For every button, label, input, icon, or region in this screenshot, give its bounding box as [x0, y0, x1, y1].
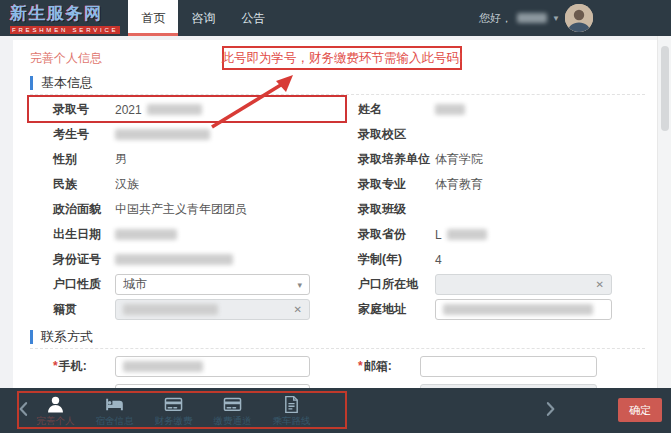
field-row: 出生日期: [53, 222, 353, 247]
top-navbar: 新生服务网 FRESHMEN SERVICE 首页咨询公告 您好， ▼: [0, 0, 671, 36]
toolbar-step-财务缴费[interactable]: 财务缴费: [144, 392, 203, 428]
field-label: 姓名: [358, 101, 435, 118]
required-asterisk: *: [358, 359, 363, 373]
avatar[interactable]: [565, 4, 593, 32]
scrollbar-thumb[interactable]: [661, 46, 669, 131]
required-asterisk: *: [53, 359, 58, 373]
field-row: 身份证号: [53, 247, 353, 272]
redacted-value: [115, 254, 233, 265]
field-label: 籍贯: [53, 301, 115, 318]
input-field[interactable]: [115, 356, 310, 377]
field-row: 录取校区: [358, 122, 626, 147]
step-label: 乘车路线: [273, 415, 311, 428]
step-label: 财务缴费: [155, 415, 193, 428]
basic-fields-right: 姓名录取校区录取培养单位体育学院录取专业体育教育录取班级录取省份L学制(年)4户…: [358, 97, 626, 322]
toolbar-steps: 完善个人宿舍信息财务缴费缴费通道乘车路线: [26, 392, 321, 428]
confirm-button[interactable]: 确定: [618, 398, 662, 422]
section-header-contact: 联系方式: [30, 328, 93, 346]
field-row: 学制(年)4: [358, 247, 626, 272]
chevron-down-icon: ▼: [552, 14, 560, 23]
field-label: *邮箱:: [358, 358, 420, 375]
tab-notice[interactable]: 公告: [228, 0, 278, 36]
field-label: 身份证号: [53, 251, 115, 268]
field-value: 体育教育: [435, 176, 483, 193]
card-icon: [222, 394, 243, 415]
field-row: 民族汉族: [53, 172, 353, 197]
field-label: 录取号: [53, 101, 115, 118]
field-row: 籍贯✕: [53, 297, 353, 322]
chevron-down-icon: ▾: [297, 280, 302, 290]
redacted-value: [435, 104, 465, 115]
content-card: 完善个人信息 此号即为学号，财务缴费环节需输入此号码! 基本信息 录取号2021…: [13, 40, 657, 433]
bed-icon: [104, 394, 125, 415]
step-label: 缴费通道: [214, 415, 252, 428]
clear-icon[interactable]: ✕: [294, 305, 302, 315]
field-label: 出生日期: [53, 226, 115, 243]
field-value: 汉族: [115, 176, 139, 193]
field-label: 家庭地址: [358, 301, 435, 318]
person-icon: [45, 394, 66, 415]
field-value: 中国共产主义青年团团员: [115, 201, 247, 218]
redacted-value: [115, 229, 177, 240]
field-row: 录取专业体育教育: [358, 172, 626, 197]
field-row: 姓名: [358, 97, 626, 122]
field-label: 录取培养单位: [358, 151, 435, 168]
field-row: 录取号2021: [53, 97, 353, 122]
annotation-callout: 此号即为学号，财务缴费环节需输入此号码!: [222, 46, 462, 70]
field-label: 录取省份: [358, 226, 435, 243]
input-field[interactable]: ✕: [435, 274, 612, 295]
bottom-toolbar: 完善个人宿舍信息财务缴费缴费通道乘车路线 确定: [0, 388, 671, 433]
field-row: 户口所在地✕: [358, 272, 626, 297]
divider: [30, 94, 645, 95]
field-label: *手机:: [53, 358, 115, 375]
step-label: 宿舍信息: [96, 415, 134, 428]
input-field[interactable]: ✕: [115, 299, 310, 320]
redacted-value: [123, 361, 203, 372]
field-label: 学制(年): [358, 251, 435, 268]
redacted-value: [115, 129, 210, 140]
field-row: *邮箱:: [358, 352, 626, 380]
clear-icon[interactable]: ✕: [596, 280, 604, 290]
site-logo[interactable]: 新生服务网 FRESHMEN SERVICE: [0, 0, 128, 36]
toolbar-step-缴费通道[interactable]: 缴费通道: [203, 392, 262, 428]
input-field[interactable]: [435, 299, 612, 320]
basic-fields-left: 录取号2021考生号性别男民族汉族政治面貌中国共产主义青年团团员出生日期身份证号…: [53, 97, 353, 322]
field-label: 录取校区: [358, 126, 435, 143]
logo-english-text: FRESHMEN SERVICE: [10, 26, 120, 34]
field-label: 政治面貌: [53, 201, 115, 218]
section-header-basic: 基本信息: [30, 74, 93, 92]
tab-consult[interactable]: 咨询: [178, 0, 228, 36]
field-row: 录取培养单位体育学院: [358, 147, 626, 172]
field-value: 体育学院: [435, 151, 483, 168]
field-row: *手机:: [53, 352, 353, 380]
redacted-value: [123, 304, 218, 315]
field-row: 考生号: [53, 122, 353, 147]
field-row: 政治面貌中国共产主义青年团团员: [53, 197, 353, 222]
chevron-right-icon[interactable]: [540, 399, 560, 419]
dropdown[interactable]: 城市▾: [115, 274, 310, 295]
greeting-text: 您好，: [479, 11, 512, 26]
field-value: 男: [115, 151, 127, 168]
toolbar-step-完善个人[interactable]: 完善个人: [26, 392, 85, 428]
input-field[interactable]: [420, 356, 597, 377]
field-row: 家庭地址: [358, 297, 626, 322]
tab-home[interactable]: 首页: [128, 0, 178, 36]
toolbar-step-宿舍信息[interactable]: 宿舍信息: [85, 392, 144, 428]
redacted-value: [443, 304, 593, 315]
redacted-value: [447, 229, 487, 240]
redacted-value: [147, 104, 202, 115]
field-label: 户口性质: [53, 276, 115, 293]
field-label: 录取专业: [358, 176, 435, 193]
field-label: 考生号: [53, 126, 115, 143]
user-menu[interactable]: 您好， ▼: [479, 0, 671, 36]
document-icon: [281, 394, 302, 415]
field-value: 4: [435, 253, 442, 267]
toolbar-step-乘车路线[interactable]: 乘车路线: [262, 392, 321, 428]
page-title: 完善个人信息: [30, 50, 102, 67]
vertical-scrollbar[interactable]: [657, 36, 671, 388]
field-value: L: [435, 228, 442, 242]
username-redacted: [517, 13, 547, 23]
card-icon: [163, 394, 184, 415]
step-label: 完善个人: [37, 415, 75, 428]
section-title: 基本信息: [41, 74, 93, 92]
